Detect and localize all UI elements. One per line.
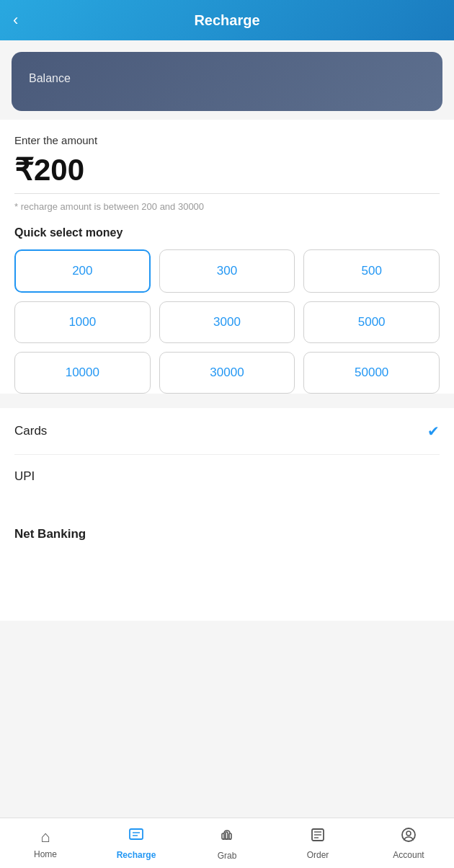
grab-icon xyxy=(218,826,236,848)
quick-btn-30000[interactable]: 30000 xyxy=(159,352,295,394)
payment-cards-label: Cards xyxy=(14,424,47,438)
nav-home[interactable]: ⌂ Home xyxy=(0,818,91,868)
nav-home-label: Home xyxy=(34,849,57,859)
payment-cards[interactable]: Cards ✔ xyxy=(14,408,440,455)
quick-btn-300[interactable]: 300 xyxy=(159,249,295,293)
back-button[interactable]: ‹ xyxy=(13,11,18,30)
balance-card: Balance xyxy=(12,52,442,111)
quick-select-grid: 200 300 500 1000 3000 5000 10000 30000 5… xyxy=(14,249,440,394)
payment-netbanking[interactable]: Net Banking xyxy=(14,498,440,563)
account-icon xyxy=(401,827,417,847)
quick-btn-500[interactable]: 500 xyxy=(303,249,440,293)
quick-btn-50000[interactable]: 50000 xyxy=(303,352,440,394)
payment-section: Cards ✔ UPI xyxy=(0,408,454,498)
quick-btn-5000[interactable]: 5000 xyxy=(303,301,440,343)
svg-point-12 xyxy=(406,831,411,836)
nav-recharge-label: Recharge xyxy=(117,850,156,860)
amount-divider xyxy=(14,193,440,194)
main-content: Enter the amount ₹200 * recharge amount … xyxy=(0,120,454,394)
payment-upi[interactable]: UPI xyxy=(14,455,440,498)
amount-hint: * recharge amount is between 200 and 300… xyxy=(14,201,440,212)
amount-value: ₹200 xyxy=(14,152,440,187)
balance-label: Balance xyxy=(29,72,71,84)
svg-rect-5 xyxy=(229,833,231,839)
header: ‹ Recharge xyxy=(0,0,454,40)
quick-btn-200[interactable]: 200 xyxy=(14,249,151,293)
nav-grab[interactable]: Grab xyxy=(182,818,272,868)
nav-account[interactable]: Account xyxy=(363,818,454,868)
svg-rect-0 xyxy=(130,829,143,839)
quick-btn-3000[interactable]: 3000 xyxy=(159,301,295,343)
order-icon xyxy=(310,827,326,847)
nav-order-label: Order xyxy=(307,850,329,860)
svg-rect-3 xyxy=(222,833,224,839)
header-title: Recharge xyxy=(194,12,259,29)
home-icon: ⌂ xyxy=(40,828,50,846)
net-banking-section: Net Banking xyxy=(0,498,454,621)
nav-account-label: Account xyxy=(393,850,424,860)
nav-grab-label: Grab xyxy=(218,851,237,861)
quick-select-label: Quick select money xyxy=(14,226,440,239)
quick-btn-10000[interactable]: 10000 xyxy=(14,352,151,394)
quick-btn-1000[interactable]: 1000 xyxy=(14,301,151,343)
bottom-nav: ⌂ Home Recharge Grab xyxy=(0,818,454,868)
amount-label: Enter the amount xyxy=(14,134,440,146)
payment-netbanking-label: Net Banking xyxy=(14,513,86,549)
nav-recharge[interactable]: Recharge xyxy=(91,818,182,868)
recharge-icon xyxy=(128,827,144,847)
svg-rect-4 xyxy=(226,832,228,839)
nav-order[interactable]: Order xyxy=(272,818,363,868)
payment-upi-label: UPI xyxy=(14,469,35,484)
cards-check-icon: ✔ xyxy=(427,422,440,440)
